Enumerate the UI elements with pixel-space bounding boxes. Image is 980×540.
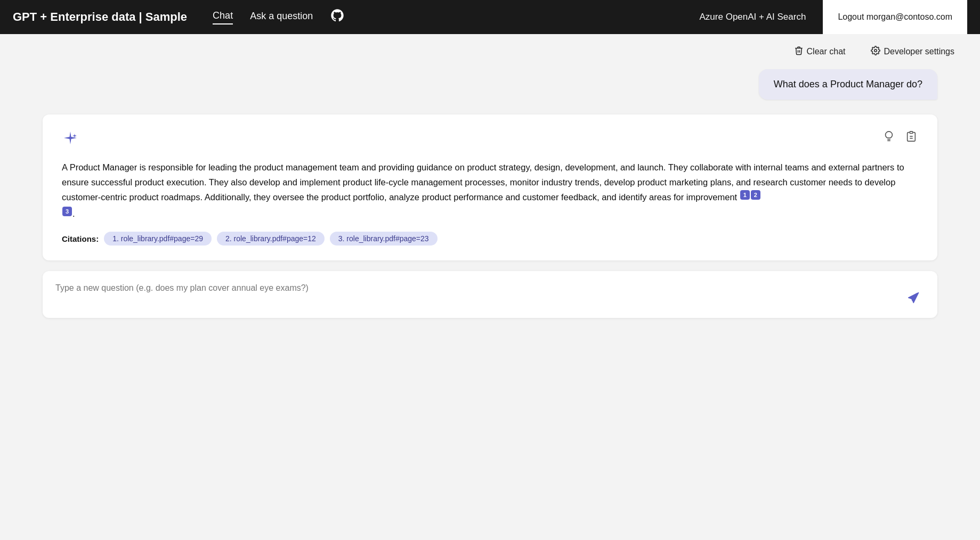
citation-ref-1[interactable]: 1: [740, 190, 750, 200]
nav-link-chat[interactable]: Chat: [213, 10, 233, 24]
ai-response-text: A Product Manager is responsible for lea…: [62, 160, 918, 221]
citation-ref-3[interactable]: 3: [62, 207, 72, 216]
user-message-text: What does a Product Manager do?: [774, 79, 922, 89]
citation-chip-1[interactable]: 1. role_library.pdf#page=29: [104, 232, 212, 246]
chat-main: What does a Product Manager do?: [0, 69, 980, 339]
ai-card-header: [62, 129, 918, 149]
github-icon[interactable]: [330, 8, 345, 27]
citations-row: Citations: 1. role_library.pdf#page=29 2…: [62, 232, 918, 246]
trash-icon: [794, 46, 804, 58]
svg-rect-1: [910, 132, 913, 134]
gear-icon: [871, 46, 880, 58]
developer-settings-button[interactable]: Developer settings: [866, 43, 959, 61]
citation-chip-2[interactable]: 2. role_library.pdf#page=12: [217, 232, 325, 246]
period: .: [72, 209, 75, 218]
clipboard-button[interactable]: [904, 129, 918, 146]
send-button[interactable]: [901, 288, 925, 307]
ai-response-body: A Product Manager is responsible for lea…: [62, 162, 904, 202]
citations-label: Citations:: [62, 234, 99, 243]
toolbar: Clear chat Developer settings: [0, 34, 980, 69]
input-card: [43, 271, 937, 318]
svg-point-0: [874, 50, 877, 52]
lightbulb-button[interactable]: [882, 129, 896, 146]
logout-button[interactable]: Logout morgan@contoso.com: [823, 0, 967, 34]
nav-brand: GPT + Enterprise data | Sample: [13, 10, 187, 24]
ai-action-buttons: [882, 129, 918, 146]
navbar: GPT + Enterprise data | Sample Chat Ask …: [0, 0, 980, 34]
nav-link-ask[interactable]: Ask a question: [250, 11, 313, 24]
user-message-wrapper: What does a Product Manager do?: [43, 69, 937, 100]
developer-settings-label: Developer settings: [884, 47, 954, 56]
nav-links: Chat Ask a question: [213, 8, 699, 27]
nav-service-label: Azure OpenAI + AI Search: [700, 12, 806, 22]
chat-input[interactable]: [55, 282, 895, 307]
ai-response-card: A Product Manager is responsible for lea…: [43, 114, 937, 260]
user-bubble: What does a Product Manager do?: [759, 69, 937, 100]
clear-chat-button[interactable]: Clear chat: [790, 43, 850, 61]
sparkle-icon: [62, 129, 79, 149]
clear-chat-label: Clear chat: [807, 47, 846, 56]
citation-ref-2[interactable]: 2: [751, 190, 760, 200]
citation-chip-3[interactable]: 3. role_library.pdf#page=23: [330, 232, 438, 246]
